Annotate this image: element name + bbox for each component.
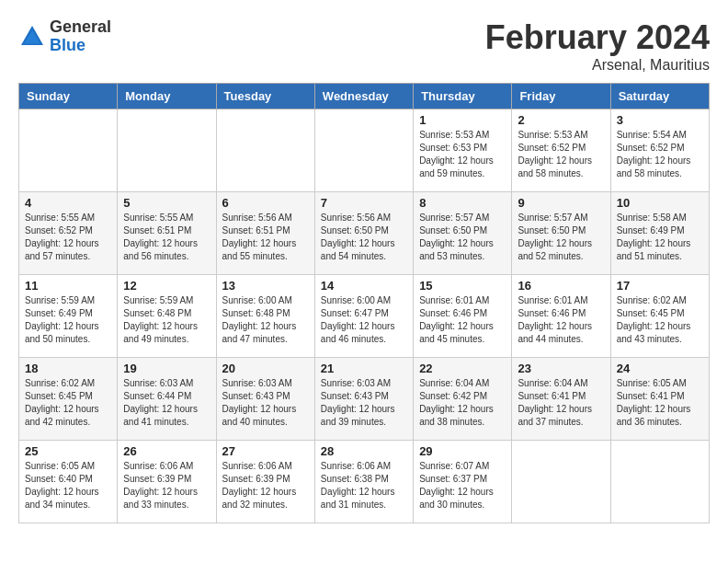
day-number: 19: [123, 362, 210, 375]
logo: General Blue: [18, 18, 111, 55]
column-header-sunday: Sunday: [19, 84, 118, 109]
calendar-week-4: 18Sunrise: 6:02 AM Sunset: 6:45 PM Dayli…: [19, 358, 710, 441]
day-info: Sunrise: 5:55 AM Sunset: 6:52 PM Dayligh…: [25, 212, 111, 263]
calendar-week-3: 11Sunrise: 5:59 AM Sunset: 6:49 PM Dayli…: [19, 275, 710, 358]
column-header-monday: Monday: [118, 84, 216, 109]
calendar-subtitle: Arsenal, Mauritius: [485, 57, 710, 74]
table-row: [216, 109, 314, 192]
table-row: 17Sunrise: 6:02 AM Sunset: 6:45 PM Dayli…: [610, 275, 709, 358]
table-row: 28Sunrise: 6:06 AM Sunset: 6:38 PM Dayli…: [314, 441, 413, 523]
day-number: 12: [123, 279, 210, 293]
day-number: 6: [222, 196, 309, 210]
table-row: [610, 441, 709, 523]
table-row: 11Sunrise: 5:59 AM Sunset: 6:49 PM Dayli…: [19, 275, 118, 358]
day-info: Sunrise: 5:57 AM Sunset: 6:50 PM Dayligh…: [518, 212, 604, 263]
calendar-week-5: 25Sunrise: 6:05 AM Sunset: 6:40 PM Dayli…: [19, 441, 710, 523]
column-header-thursday: Thursday: [414, 84, 512, 109]
table-row: 22Sunrise: 6:04 AM Sunset: 6:42 PM Dayli…: [414, 358, 512, 441]
day-info: Sunrise: 5:56 AM Sunset: 6:50 PM Dayligh…: [321, 212, 407, 263]
day-info: Sunrise: 5:59 AM Sunset: 6:49 PM Dayligh…: [25, 294, 111, 346]
day-number: 8: [419, 196, 506, 210]
table-row: 27Sunrise: 6:06 AM Sunset: 6:39 PM Dayli…: [216, 441, 314, 523]
day-info: Sunrise: 5:55 AM Sunset: 6:51 PM Dayligh…: [123, 212, 210, 263]
day-info: Sunrise: 6:06 AM Sunset: 6:38 PM Dayligh…: [321, 460, 407, 511]
day-number: 29: [419, 444, 506, 458]
table-row: 5Sunrise: 5:55 AM Sunset: 6:51 PM Daylig…: [118, 192, 216, 275]
day-info: Sunrise: 6:06 AM Sunset: 6:39 PM Dayligh…: [123, 460, 210, 511]
table-row: 20Sunrise: 6:03 AM Sunset: 6:43 PM Dayli…: [216, 358, 314, 441]
day-number: 23: [518, 362, 604, 375]
table-row: 24Sunrise: 6:05 AM Sunset: 6:41 PM Dayli…: [610, 358, 709, 441]
table-row: 8Sunrise: 5:57 AM Sunset: 6:50 PM Daylig…: [414, 192, 512, 275]
column-header-tuesday: Tuesday: [216, 84, 314, 109]
table-row: 6Sunrise: 5:56 AM Sunset: 6:51 PM Daylig…: [216, 192, 314, 275]
table-row: [118, 109, 216, 192]
column-header-saturday: Saturday: [610, 84, 709, 109]
calendar-week-1: 1Sunrise: 5:53 AM Sunset: 6:53 PM Daylig…: [19, 109, 710, 192]
day-info: Sunrise: 5:58 AM Sunset: 6:49 PM Dayligh…: [617, 212, 703, 263]
day-info: Sunrise: 6:06 AM Sunset: 6:39 PM Dayligh…: [222, 460, 309, 511]
day-number: 22: [419, 362, 506, 375]
day-number: 20: [222, 362, 309, 375]
table-row: 13Sunrise: 6:00 AM Sunset: 6:48 PM Dayli…: [216, 275, 314, 358]
table-row: [314, 109, 413, 192]
table-row: 12Sunrise: 5:59 AM Sunset: 6:48 PM Dayli…: [118, 275, 216, 358]
table-row: 14Sunrise: 6:00 AM Sunset: 6:47 PM Dayli…: [314, 275, 413, 358]
logo-icon: [18, 23, 46, 51]
day-info: Sunrise: 6:00 AM Sunset: 6:47 PM Dayligh…: [321, 294, 407, 346]
table-row: 4Sunrise: 5:55 AM Sunset: 6:52 PM Daylig…: [19, 192, 118, 275]
table-row: [19, 109, 118, 192]
table-row: 2Sunrise: 5:53 AM Sunset: 6:52 PM Daylig…: [512, 109, 610, 192]
day-number: 28: [321, 444, 407, 458]
day-info: Sunrise: 5:53 AM Sunset: 6:52 PM Dayligh…: [518, 129, 604, 180]
day-number: 26: [123, 444, 210, 458]
day-number: 7: [321, 196, 407, 210]
column-header-wednesday: Wednesday: [314, 84, 413, 109]
day-info: Sunrise: 6:02 AM Sunset: 6:45 PM Dayligh…: [25, 377, 111, 429]
day-info: Sunrise: 6:04 AM Sunset: 6:42 PM Dayligh…: [419, 377, 506, 429]
day-number: 21: [321, 362, 407, 375]
header: General Blue February 2024 Arsenal, Maur…: [18, 18, 710, 74]
table-row: 18Sunrise: 6:02 AM Sunset: 6:45 PM Dayli…: [19, 358, 118, 441]
day-info: Sunrise: 6:07 AM Sunset: 6:37 PM Dayligh…: [419, 460, 506, 511]
table-row: 29Sunrise: 6:07 AM Sunset: 6:37 PM Dayli…: [414, 441, 512, 523]
day-number: 18: [25, 362, 111, 375]
day-number: 13: [222, 279, 309, 293]
logo-text: General Blue: [50, 18, 111, 55]
day-number: 16: [518, 279, 604, 293]
title-area: February 2024 Arsenal, Mauritius: [485, 18, 710, 74]
header-row: SundayMondayTuesdayWednesdayThursdayFrid…: [19, 84, 710, 109]
day-number: 1: [419, 113, 506, 127]
calendar-week-2: 4Sunrise: 5:55 AM Sunset: 6:52 PM Daylig…: [19, 192, 710, 275]
table-row: 25Sunrise: 6:05 AM Sunset: 6:40 PM Dayli…: [19, 441, 118, 523]
day-info: Sunrise: 5:54 AM Sunset: 6:52 PM Dayligh…: [617, 129, 703, 180]
day-number: 2: [518, 113, 604, 127]
day-number: 5: [123, 196, 210, 210]
table-row: 15Sunrise: 6:01 AM Sunset: 6:46 PM Dayli…: [414, 275, 512, 358]
day-info: Sunrise: 5:56 AM Sunset: 6:51 PM Dayligh…: [222, 212, 309, 263]
day-info: Sunrise: 6:03 AM Sunset: 6:43 PM Dayligh…: [222, 377, 309, 429]
day-info: Sunrise: 6:03 AM Sunset: 6:43 PM Dayligh…: [321, 377, 407, 429]
day-number: 24: [617, 362, 703, 375]
table-row: 26Sunrise: 6:06 AM Sunset: 6:39 PM Dayli…: [118, 441, 216, 523]
day-number: 27: [222, 444, 309, 458]
day-number: 4: [25, 196, 111, 210]
calendar-title: February 2024: [485, 18, 710, 57]
logo-blue: Blue: [50, 37, 111, 55]
day-info: Sunrise: 6:05 AM Sunset: 6:40 PM Dayligh…: [25, 460, 111, 511]
day-info: Sunrise: 6:04 AM Sunset: 6:41 PM Dayligh…: [518, 377, 604, 429]
day-info: Sunrise: 6:01 AM Sunset: 6:46 PM Dayligh…: [518, 294, 604, 346]
day-info: Sunrise: 5:57 AM Sunset: 6:50 PM Dayligh…: [419, 212, 506, 263]
day-number: 11: [25, 279, 111, 293]
day-info: Sunrise: 6:02 AM Sunset: 6:45 PM Dayligh…: [617, 294, 703, 346]
table-row: 16Sunrise: 6:01 AM Sunset: 6:46 PM Dayli…: [512, 275, 610, 358]
table-row: 23Sunrise: 6:04 AM Sunset: 6:41 PM Dayli…: [512, 358, 610, 441]
table-row: 1Sunrise: 5:53 AM Sunset: 6:53 PM Daylig…: [414, 109, 512, 192]
day-info: Sunrise: 5:53 AM Sunset: 6:53 PM Dayligh…: [419, 129, 506, 180]
calendar-table: SundayMondayTuesdayWednesdayThursdayFrid…: [18, 83, 710, 523]
day-number: 10: [617, 196, 703, 210]
day-info: Sunrise: 6:03 AM Sunset: 6:44 PM Dayligh…: [123, 377, 210, 429]
day-info: Sunrise: 6:01 AM Sunset: 6:46 PM Dayligh…: [419, 294, 506, 346]
day-number: 17: [617, 279, 703, 293]
table-row: [512, 441, 610, 523]
